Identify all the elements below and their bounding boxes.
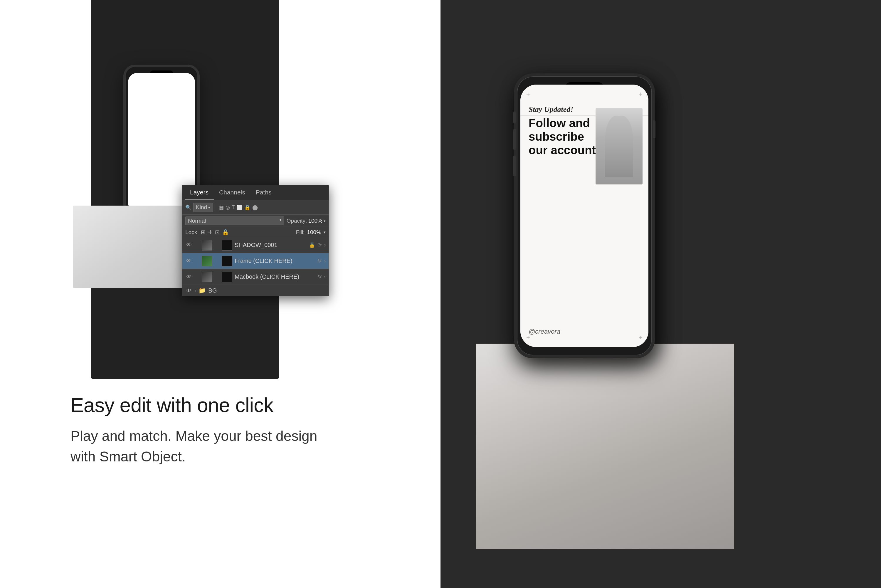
lock-move-icon[interactable]: ✛ <box>208 229 213 236</box>
chain2-icon-macbook <box>215 272 219 282</box>
chevron-down-icon: ▾ <box>208 205 210 210</box>
eye-icon-bg[interactable]: 👁 <box>185 287 192 294</box>
fx-chevron-icon-frame: › <box>324 258 326 264</box>
blend-mode-row: Normal ▾ Opacity: 100% ▾ <box>182 215 329 227</box>
chain2-icon-shadow <box>215 240 219 250</box>
tab-paths[interactable]: Paths <box>250 185 277 200</box>
fill-label: Fill: <box>296 229 305 236</box>
ps-kind-toolbar: 🔍 Kind ▾ ▦ ◎ T ⬜ 🔒 ⬤ <box>182 200 329 215</box>
phone-right: + + + + Stay Updated! Follow <box>514 74 655 358</box>
folder-icon-bg: 📁 <box>199 287 206 294</box>
headline-text: Easy edit with one click <box>70 394 335 417</box>
fill-value: 100% <box>307 229 321 236</box>
lock-icon-shadow: 🔒 <box>309 242 315 248</box>
group-expand-icon[interactable]: › <box>195 288 196 293</box>
crosshair-tl-icon: + <box>526 90 530 98</box>
blend-chevron-icon: ▾ <box>280 218 282 222</box>
fx-chevron-icon-macbook: › <box>324 274 326 280</box>
opacity-chevron-icon: ▾ <box>324 219 326 223</box>
side-button-left-3 <box>513 156 516 176</box>
fill-chevron-icon: ▾ <box>324 230 326 234</box>
lock-label: Lock: <box>185 229 199 236</box>
filter-pixel-icon[interactable]: ▦ <box>219 204 224 211</box>
lock-checkerboard-icon[interactable]: ⊞ <box>201 229 205 236</box>
chain-icon-frame <box>195 256 199 266</box>
fx-label-frame: fx <box>318 258 322 264</box>
crosshair-br-icon: + <box>639 334 643 341</box>
layer-thumb-shadow <box>202 240 212 250</box>
tab-channels[interactable]: Channels <box>214 185 250 200</box>
screen-heading-line2: subscribe <box>529 130 584 143</box>
opacity-label: Opacity: <box>287 218 307 224</box>
layer-thumb-macbook <box>202 272 212 282</box>
history-icon-shadow: ⟳ <box>318 242 322 248</box>
blend-mode-select[interactable]: Normal ▾ <box>185 216 284 225</box>
opacity-row: Opacity: 100% ▾ <box>287 218 326 224</box>
layer-shadow[interactable]: 👁 SHADOW_0001 🔒 ⟳ › <box>182 237 329 253</box>
left-text-content: Easy edit with one click Play and match.… <box>70 394 335 467</box>
lock-pad-icon[interactable]: 🔒 <box>222 229 229 236</box>
eye-icon-shadow[interactable]: 👁 <box>185 242 192 249</box>
screen-handle: @creavora <box>529 328 560 335</box>
layer-name-macbook: Macbook (CLICK HERE) <box>235 273 315 280</box>
lock-row: Lock: ⊞ ✛ ⊡ 🔒 Fill: 100% ▾ <box>182 227 329 237</box>
side-button-left-2 <box>513 129 516 150</box>
layer-mask-macbook <box>222 272 232 282</box>
blend-mode-value: Normal <box>188 218 206 224</box>
side-button-right <box>653 120 655 138</box>
filter-shape-icon[interactable]: ⬜ <box>237 204 243 211</box>
chain-icon-shadow <box>195 240 199 250</box>
subtext: Play and match. Make your best design wi… <box>70 426 335 467</box>
opacity-value: 100% <box>308 218 322 224</box>
subtext-line1: Play and match. Make your best design <box>70 428 317 444</box>
layer-name-shadow: SHADOW_0001 <box>235 242 307 249</box>
layer-mask-shadow <box>222 240 232 250</box>
search-icon: 🔍 <box>185 204 192 211</box>
subtext-line2: with Smart Object. <box>70 449 186 464</box>
phone-right-screen: + + + + Stay Updated! Follow <box>520 85 649 347</box>
crosshair-tr-icon: + <box>639 90 643 98</box>
layer-bg[interactable]: 👁 › 📁 BG <box>182 285 329 296</box>
filter-type-icon[interactable]: T <box>232 204 235 210</box>
screen-heading-line3: our account <box>529 144 596 156</box>
filter-adjust-icon[interactable]: ◎ <box>226 204 230 211</box>
layer-macbook[interactable]: 👁 Macbook (CLICK HERE) fx › <box>182 269 329 285</box>
layer-name-frame: Frame (CLICK HERE) <box>235 258 315 264</box>
toolbar-divider <box>216 204 216 211</box>
layer-thumb-frame <box>202 256 212 266</box>
kind-select[interactable]: Kind ▾ <box>193 202 213 212</box>
screen-content: + + + + Stay Updated! Follow <box>520 85 649 347</box>
eye-icon-macbook[interactable]: 👁 <box>185 273 192 280</box>
screen-image-area <box>596 108 643 184</box>
chain2-icon-frame <box>215 256 219 266</box>
filter-circle-icon[interactable]: ⬤ <box>252 204 258 211</box>
fx-label-macbook: fx <box>318 274 322 280</box>
ps-tabs-bar: Layers Channels Paths <box>182 185 329 200</box>
phone-right-container: + + + + Stay Updated! Follow <box>499 74 676 411</box>
layer-frame[interactable]: 👁 Frame (CLICK HERE) fx › <box>182 253 329 269</box>
ps-layers-panel: Layers Channels Paths 🔍 Kind ▾ ▦ ◎ T ⬜ 🔒… <box>182 185 329 296</box>
layer-name-bg: BG <box>208 287 326 294</box>
lock-artboard-icon[interactable]: ⊡ <box>215 229 220 236</box>
chain-icon-macbook <box>195 272 199 282</box>
tab-layers[interactable]: Layers <box>185 185 214 200</box>
eye-icon-frame[interactable]: 👁 <box>185 258 192 265</box>
layer-mask-frame <box>222 256 232 266</box>
filter-smart-icon[interactable]: 🔒 <box>244 204 250 211</box>
more-icon-shadow: › <box>324 242 326 248</box>
side-button-left-1 <box>513 112 516 123</box>
screen-heading-line1: Follow and <box>529 117 590 129</box>
kind-label: Kind <box>196 204 207 211</box>
screen-figure <box>596 108 643 184</box>
